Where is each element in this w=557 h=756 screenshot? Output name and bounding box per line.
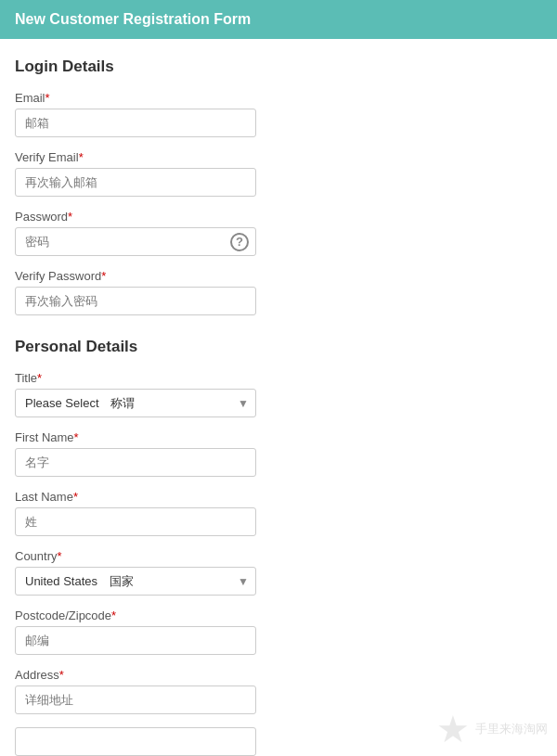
postcode-field-group: Postcode/Zipcode* [15,609,542,655]
title-select[interactable]: Please Select 称谓 Mr Mrs Miss Ms Dr [15,389,256,417]
address-line2-input[interactable] [15,727,256,756]
title-field-label: Title* [15,371,542,385]
last-name-label: Last Name* [15,490,542,504]
password-wrapper: ? [15,227,256,256]
address-label: Address* [15,668,542,682]
country-label: Country* [15,549,542,563]
email-input[interactable] [15,109,256,137]
address-input[interactable] [15,686,256,714]
page-title: New Customer Registration Form [15,11,251,27]
password-field-group: Password* ? [15,210,542,256]
last-name-input[interactable] [15,507,256,536]
header-bar: New Customer Registration Form [0,0,557,39]
first-name-field-group: First Name* [15,430,542,477]
verify-password-input[interactable] [15,287,256,315]
last-name-field-group: Last Name* [15,490,542,536]
verify-email-label: Verify Email* [15,150,542,164]
watermark-star-icon: ★ [436,708,470,750]
email-label: Email* [15,91,542,105]
login-section-title: Login Details [15,58,542,76]
country-field-group: Country* United States 国家 United Kingdom… [15,549,542,596]
watermark-text: 手里来海淘网 [475,721,548,737]
email-field-group: Email* [15,91,542,137]
password-label: Password* [15,210,542,224]
title-field-group: Title* Please Select 称谓 Mr Mrs Miss Ms D… [15,371,542,417]
first-name-label: First Name* [15,430,542,444]
watermark: ★ 手里来海淘网 [436,708,548,750]
page-wrapper: New Customer Registration Form Login Det… [0,0,557,756]
login-details-section: Login Details Email* Verify Email* Passw… [15,58,542,315]
verify-email-input[interactable] [15,168,256,197]
postcode-input[interactable] [15,626,256,655]
personal-details-section: Personal Details Title* Please Select 称谓… [15,338,542,756]
postcode-label: Postcode/Zipcode* [15,609,542,622]
first-name-input[interactable] [15,448,256,477]
title-select-wrapper: Please Select 称谓 Mr Mrs Miss Ms Dr ▼ [15,389,256,417]
form-container: Login Details Email* Verify Email* Passw… [0,39,557,756]
verify-email-field-group: Verify Email* [15,150,542,197]
verify-password-field-group: Verify Password* [15,269,542,315]
country-select-wrapper: United States 国家 United Kingdom Canada A… [15,567,256,596]
password-input[interactable] [15,227,256,256]
verify-password-label: Verify Password* [15,269,542,283]
personal-section-title: Personal Details [15,338,542,356]
password-help-icon[interactable]: ? [230,233,249,251]
country-select[interactable]: United States 国家 United Kingdom Canada A… [15,567,256,596]
